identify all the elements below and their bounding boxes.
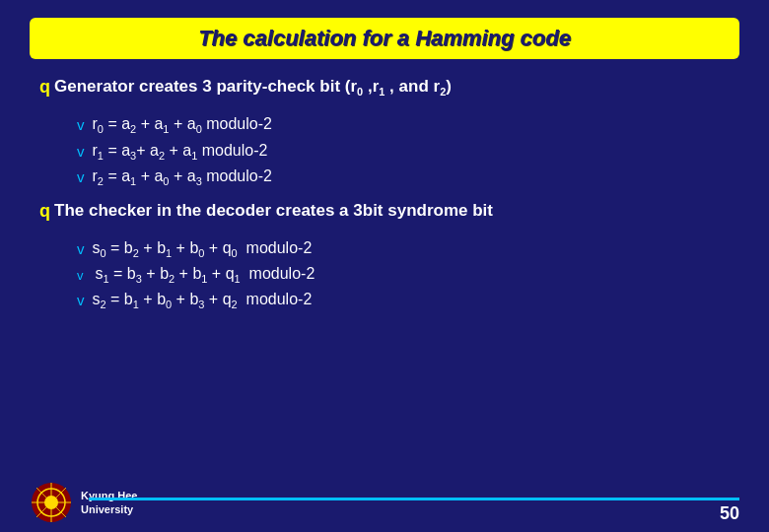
title-bar: The calculation for a Hamming code [30, 18, 739, 59]
sub-bullet-2-2: v s1 = b3 + b2 + b1 + q1 modulo-2 [77, 265, 730, 285]
v-marker-2-3: v [77, 292, 85, 308]
v-marker-2-1: v [77, 240, 85, 257]
footer: Kyung Hee University 50 [0, 481, 769, 532]
slide-content: q Generator creates 3 parity-check bit (… [0, 59, 769, 481]
sub-bullet-1-1-text: r0 = a2 + a1 + a0 modulo-2 [93, 115, 272, 135]
slide: The calculation for a Hamming code q Gen… [0, 0, 769, 532]
v-marker-1-1: v [77, 116, 85, 133]
q-marker-1: q [39, 77, 50, 98]
footer-university-name: Kyung Hee University [81, 489, 137, 517]
sub-bullet-2-3: v s2 = b1 + b0 + b3 + q2 modulo-2 [77, 291, 730, 310]
sub-bullet-2-3-text: s2 = b1 + b0 + b3 + q2 modulo-2 [93, 291, 313, 310]
sub-bullet-2-1-text: s0 = b2 + b1 + b0 + q0 modulo-2 [93, 239, 313, 259]
v-marker-1-3: v [77, 168, 85, 185]
main-bullet-1-text: Generator creates 3 parity-check bit (r0… [54, 77, 452, 98]
sub-bullet-1-2: v r1 = a3+ a2 + a1 modulo-2 [77, 142, 730, 162]
q-marker-2: q [39, 201, 50, 222]
v-marker-2-2: v [77, 268, 84, 283]
main-bullet-1: q Generator creates 3 parity-check bit (… [39, 77, 730, 98]
footer-divider [89, 498, 739, 500]
main-bullet-2-text: The checker in the decoder creates a 3bi… [54, 201, 493, 221]
main-bullet-2: q The checker in the decoder creates a 3… [39, 201, 730, 222]
slide-title: The calculation for a Hamming code [49, 26, 720, 51]
sub-bullet-2-2-text: s1 = b3 + b2 + b1 + q1 modulo-2 [92, 265, 315, 285]
university-logo [30, 481, 73, 524]
sub-bullet-1-3: v r2 = a1 + a0 + a3 modulo-2 [77, 167, 730, 187]
sub-bullet-2-1: v s0 = b2 + b1 + b0 + q0 modulo-2 [77, 239, 730, 259]
sub-bullet-1-2-text: r1 = a3+ a2 + a1 modulo-2 [93, 142, 268, 162]
sub-bullet-1-3-text: r2 = a1 + a0 + a3 modulo-2 [93, 167, 272, 187]
sub-bullet-1-1: v r0 = a2 + a1 + a0 modulo-2 [77, 115, 730, 135]
sub-bullets-1: v r0 = a2 + a1 + a0 modulo-2 v r1 = a3+ … [77, 115, 730, 187]
sub-bullets-2: v s0 = b2 + b1 + b0 + q0 modulo-2 v s1 =… [77, 239, 730, 311]
page-number: 50 [720, 503, 739, 524]
v-marker-1-2: v [77, 143, 85, 160]
